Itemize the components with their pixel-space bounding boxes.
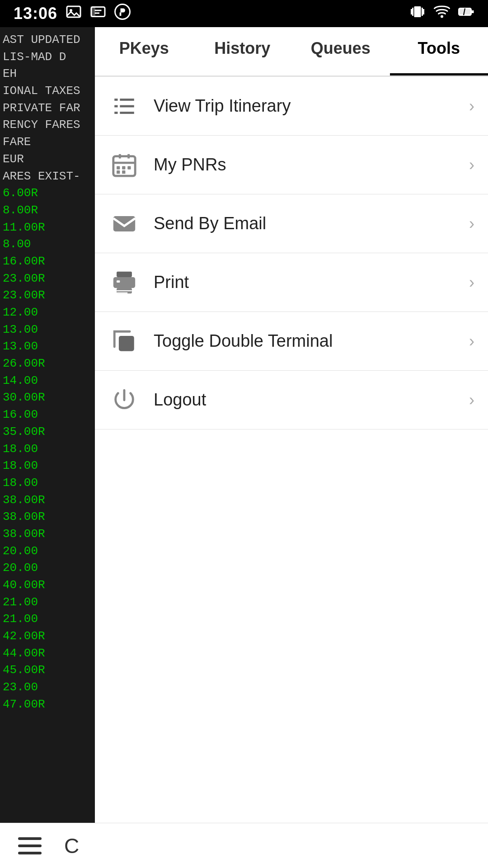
menu-label-view-trip-itinerary: View Trip Itinerary: [154, 96, 469, 116]
svg-rect-17: [114, 99, 117, 101]
svg-rect-8: [414, 6, 421, 17]
svg-rect-39: [119, 335, 134, 351]
svg-rect-27: [117, 166, 120, 169]
power-icon: [108, 384, 140, 416]
svg-rect-38: [117, 292, 127, 293]
menu-item-logout[interactable]: Logout›: [95, 371, 488, 429]
menu-label-toggle-double-terminal: Toggle Double Terminal: [154, 331, 469, 351]
svg-rect-33: [117, 271, 132, 277]
svg-rect-18: [120, 99, 134, 101]
svg-rect-29: [127, 166, 131, 169]
tab-tools[interactable]: Tools: [390, 27, 488, 75]
main-area: PKeys History Queues Tools View Trip Iti…: [95, 27, 488, 823]
bottom-bar: C: [0, 823, 488, 868]
battery-icon: [458, 4, 474, 24]
status-bar-left: 13:06: [14, 4, 131, 24]
print-icon: [108, 267, 140, 298]
menu-item-toggle-double-terminal[interactable]: Toggle Double Terminal›: [95, 312, 488, 371]
chevron-icon-toggle-double-terminal: ›: [469, 332, 474, 351]
tab-queues[interactable]: Queues: [291, 27, 390, 75]
status-bar: 13:06: [0, 0, 488, 27]
svg-rect-31: [122, 170, 125, 174]
svg-point-13: [441, 15, 443, 18]
menu-label-send-by-email: Send By Email: [154, 214, 469, 233]
svg-rect-5: [91, 7, 95, 17]
svg-rect-37: [117, 290, 132, 291]
parking-icon: [114, 4, 131, 24]
terminal-panel: AST UPDATED LIS-MAD D EHIONAL TAXESPRIVA…: [0, 27, 95, 823]
tools-menu: View Trip Itinerary›My PNRs›Send By Emai…: [95, 77, 488, 429]
chevron-icon-my-pnrs: ›: [469, 156, 474, 175]
chevron-icon-send-by-email: ›: [469, 214, 474, 233]
svg-rect-32: [113, 216, 135, 231]
menu-label-print: Print: [154, 273, 469, 292]
clear-button[interactable]: C: [64, 834, 79, 858]
status-bar-right: [409, 4, 474, 24]
hamburger-menu-button[interactable]: [18, 837, 42, 854]
image-icon: [66, 4, 82, 24]
svg-rect-36: [117, 280, 120, 283]
vibrate-icon: [409, 4, 426, 24]
list-icon: [108, 90, 140, 122]
clear-label: C: [64, 834, 79, 858]
tabs-bar: PKeys History Queues Tools: [95, 27, 488, 77]
chevron-icon-print: ›: [469, 273, 474, 292]
chevron-icon-logout: ›: [469, 391, 474, 410]
svg-rect-30: [117, 170, 120, 174]
menu-item-print[interactable]: Print›: [95, 253, 488, 312]
svg-rect-21: [114, 112, 117, 114]
svg-rect-34: [113, 277, 135, 288]
svg-rect-19: [114, 105, 117, 107]
wifi-icon: [434, 4, 450, 24]
status-time: 13:06: [14, 4, 57, 23]
copy-icon: [108, 326, 140, 357]
menu-item-view-trip-itinerary[interactable]: View Trip Itinerary›: [95, 77, 488, 136]
menu-item-my-pnrs[interactable]: My PNRs›: [95, 136, 488, 194]
svg-rect-28: [122, 166, 125, 169]
svg-rect-20: [120, 105, 134, 107]
calendar-icon: [108, 149, 140, 181]
hamburger-icon: [18, 837, 42, 854]
menu-item-send-by-email[interactable]: Send By Email›: [95, 194, 488, 253]
email-icon: [108, 208, 140, 240]
svg-rect-22: [120, 112, 134, 114]
tab-history[interactable]: History: [193, 27, 292, 75]
menu-label-logout: Logout: [154, 390, 469, 410]
menu-label-my-pnrs: My PNRs: [154, 155, 469, 175]
chevron-icon-view-trip-itinerary: ›: [469, 97, 474, 116]
tab-pkeys[interactable]: PKeys: [95, 27, 193, 75]
id-icon: [90, 4, 106, 24]
